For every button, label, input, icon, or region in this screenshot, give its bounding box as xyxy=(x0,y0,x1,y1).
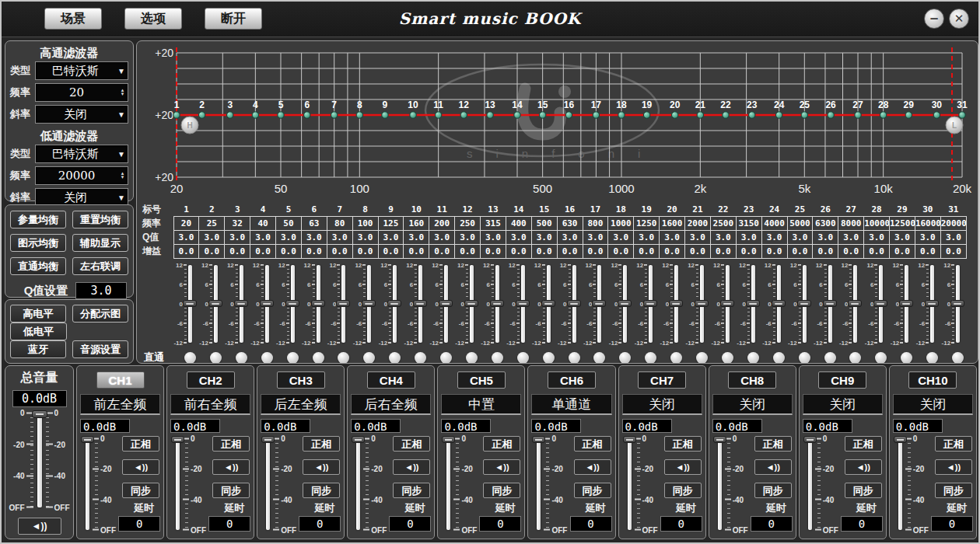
eq-response-graph[interactable]: sinfoni+20+20+20205010050010002k5k10k20k… xyxy=(139,44,974,201)
band-bypass-button[interactable] xyxy=(363,352,375,364)
slider-handle[interactable] xyxy=(362,300,376,307)
band-point[interactable] xyxy=(331,112,337,118)
band-bypass-button[interactable] xyxy=(773,352,785,364)
delay-value-field[interactable]: 0 xyxy=(299,516,341,532)
q-setting-field[interactable]: 3.0 xyxy=(75,282,127,299)
band-point[interactable] xyxy=(959,112,965,118)
eq-band-slider[interactable]: 1260-6-12 xyxy=(506,263,532,350)
band-point[interactable] xyxy=(749,112,755,118)
band-bypass-button[interactable] xyxy=(338,352,349,364)
eq-band-slider[interactable]: 1260-6-12 xyxy=(378,263,404,350)
slider-handle[interactable] xyxy=(567,300,581,307)
band-point[interactable] xyxy=(593,112,599,118)
channel-mute-button[interactable]: ◄)) xyxy=(935,459,972,475)
eq-band-slider[interactable]: 1260-6-12 xyxy=(404,263,429,350)
channel-select-button[interactable]: CH7 xyxy=(638,371,686,389)
channel-select-button[interactable]: CH1 xyxy=(96,371,145,389)
channel-select-button[interactable]: CH3 xyxy=(277,371,325,389)
sync-button[interactable]: 同步 xyxy=(483,483,520,498)
channel-volume-slider[interactable]: 0-20-40OFF xyxy=(259,436,301,534)
band-point[interactable] xyxy=(828,112,834,118)
channel-mute-button[interactable]: ◄)) xyxy=(664,459,702,475)
close-button[interactable]: ✕ xyxy=(949,9,969,29)
band-bypass-button[interactable] xyxy=(952,352,964,364)
slider-handle[interactable] xyxy=(623,436,636,443)
slider-handle[interactable] xyxy=(720,300,734,307)
slider-handle[interactable] xyxy=(352,436,365,443)
phase-button[interactable]: 正相 xyxy=(303,436,340,452)
eq-band-slider[interactable]: 1260-6-12 xyxy=(558,263,583,350)
band-point[interactable] xyxy=(855,112,861,118)
band-bypass-button[interactable] xyxy=(722,352,733,364)
band-bypass-button[interactable] xyxy=(901,352,912,364)
slider-track[interactable] xyxy=(537,438,541,530)
eq-band-slider[interactable]: 1260-6-12 xyxy=(685,263,711,350)
channel-select-button[interactable]: CH4 xyxy=(367,371,415,389)
phase-button[interactable]: 正相 xyxy=(483,436,520,452)
eq-band-slider[interactable]: 1260-6-12 xyxy=(583,263,608,350)
band-bypass-button[interactable] xyxy=(543,352,555,364)
channel-mute-button[interactable]: ◄)) xyxy=(393,459,430,475)
phase-button[interactable]: 正相 xyxy=(935,436,972,452)
band-point[interactable] xyxy=(801,112,807,118)
band-point[interactable] xyxy=(252,112,258,118)
band-bypass-button[interactable] xyxy=(569,352,580,364)
hp-type-select[interactable]: 巴特沃斯 ▼ xyxy=(35,61,128,80)
band-point[interactable] xyxy=(565,112,572,118)
dist-diagram-button[interactable]: 分配示图 xyxy=(72,305,128,323)
channel-select-button[interactable]: CH6 xyxy=(548,371,596,389)
band-bypass-button[interactable] xyxy=(517,352,529,364)
channel-volume-slider[interactable]: 0-20-40OFF xyxy=(349,436,391,534)
eq-band-slider[interactable]: 1260-6-12 xyxy=(814,263,839,350)
channel-volume-slider[interactable]: 0-20-40OFF xyxy=(169,436,211,534)
hp-freq-spinner[interactable]: 20 ▲▼ xyxy=(35,83,128,102)
band-point[interactable] xyxy=(304,112,310,118)
phase-button[interactable]: 正相 xyxy=(754,436,792,452)
slider-handle[interactable] xyxy=(285,300,299,307)
eq-band-slider[interactable]: 1260-6-12 xyxy=(660,263,685,350)
chevron-down-icon[interactable]: ▼ xyxy=(115,110,128,119)
band-bypass-button[interactable] xyxy=(824,352,836,364)
delay-value-field[interactable]: 0 xyxy=(389,516,431,532)
band-bypass-button[interactable] xyxy=(313,352,324,364)
channel-mute-button[interactable]: ◄)) xyxy=(845,459,882,475)
eq-band-slider[interactable]: 1260-6-12 xyxy=(762,263,788,350)
slider-handle[interactable] xyxy=(695,300,709,307)
slider-handle[interactable] xyxy=(183,300,197,307)
channel-volume-slider[interactable]: 0-20-40OFF xyxy=(621,436,663,534)
channel-select-button[interactable]: CH9 xyxy=(818,371,866,389)
band-point[interactable] xyxy=(933,112,940,118)
slider-handle[interactable] xyxy=(32,410,47,418)
slider-handle[interactable] xyxy=(592,300,606,307)
spinner-arrows-icon[interactable]: ▲▼ xyxy=(117,172,128,180)
band-bypass-button[interactable] xyxy=(440,352,452,364)
band-point[interactable] xyxy=(460,112,467,118)
slider-track[interactable] xyxy=(718,438,722,530)
disconnect-button[interactable]: 断开 xyxy=(205,8,262,30)
delay-value-field[interactable]: 0 xyxy=(118,516,160,532)
band-bypass-button[interactable] xyxy=(645,352,656,364)
band-point[interactable] xyxy=(723,112,729,118)
slider-handle[interactable] xyxy=(713,436,726,443)
eq-band-slider[interactable]: 1260-6-12 xyxy=(608,263,634,350)
channel-select-button[interactable]: CH10 xyxy=(908,371,957,389)
delay-value-field[interactable]: 0 xyxy=(570,516,612,532)
eq-band-slider[interactable]: 1260-6-12 xyxy=(711,263,737,350)
band-bypass-button[interactable] xyxy=(210,352,222,364)
delay-value-field[interactable]: 0 xyxy=(479,516,521,532)
band-bypass-button[interactable] xyxy=(875,352,887,364)
slider-handle[interactable] xyxy=(532,436,545,443)
band-bypass-button[interactable] xyxy=(415,352,426,364)
high-level-button[interactable]: 高电平 xyxy=(10,305,66,323)
slider-track[interactable] xyxy=(176,438,180,530)
sync-button[interactable]: 同步 xyxy=(303,483,340,498)
slider-handle[interactable] xyxy=(387,300,401,307)
sync-button[interactable]: 同步 xyxy=(212,483,250,498)
eq-band-slider[interactable]: 1260-6-12 xyxy=(481,263,506,350)
aux-display-button[interactable]: 辅助显示 xyxy=(72,234,128,252)
phase-button[interactable]: 正相 xyxy=(393,436,430,452)
sync-button[interactable]: 同步 xyxy=(122,483,159,498)
channel-select-button[interactable]: CH2 xyxy=(187,371,235,389)
delay-value-field[interactable]: 0 xyxy=(208,516,250,532)
eq-band-slider[interactable]: 1260-6-12 xyxy=(352,263,378,350)
